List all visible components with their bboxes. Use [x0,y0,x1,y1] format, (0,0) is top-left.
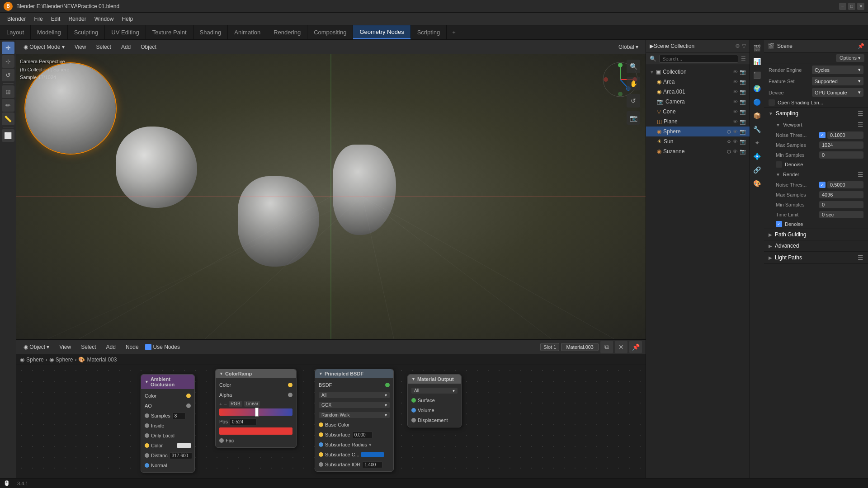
tab-rendering[interactable]: Rendering [267,25,307,39]
tab-scripting[interactable]: Scripting [411,25,447,39]
select-menu[interactable]: Select [93,43,115,51]
colorramp-fac-input[interactable] [219,438,224,443]
render-subsection-title[interactable]: ▼ Render ☰ [771,169,868,180]
area001-eye[interactable]: 👁 [733,89,738,94]
pbsdf-sc-swatch[interactable] [361,452,384,457]
colorramp-alpha-socket[interactable] [288,393,292,397]
suzanne-render[interactable]: 📷 [740,149,746,155]
global-dropdown[interactable]: Global ▾ [615,43,642,51]
pbsdf-ggx-dropdown[interactable]: GGX ▾ [319,402,390,408]
outliner-cone[interactable]: ▽ Cone 👁 📷 [646,107,750,117]
light-paths-list-btn[interactable]: ☰ [858,254,863,261]
ao-samples-input[interactable] [145,413,149,418]
close-button[interactable]: ✕ [857,3,864,10]
ao-normal-input[interactable] [145,463,149,468]
ao-only-local-input[interactable] [145,433,149,438]
tab-modeling[interactable]: Modeling [31,25,68,39]
matout-all-dropdown[interactable]: All ▾ [411,388,458,394]
camera-eye[interactable]: 👁 [733,99,738,104]
vp-noise-thresh-value[interactable]: 0.1000 [827,131,863,139]
sphere-object-2[interactable] [116,127,197,208]
area-render[interactable]: 📷 [740,79,746,85]
add-cube-tool[interactable]: ⬜ [2,129,14,142]
outliner-collection[interactable]: ▼ ▣ Collection 👁 📷 [646,67,750,77]
constraints-props-icon[interactable]: 🔗 [751,164,764,176]
suzanne-eye[interactable]: 👁 [733,149,738,154]
camera-render[interactable]: 📷 [740,99,746,105]
pbsdf-subsurface-input[interactable] [319,432,323,437]
camera-button[interactable]: 📷 [627,111,640,125]
collection-render[interactable]: 📷 [740,69,746,75]
node-canvas[interactable]: ▼ Ambient Occlusion Color AO [16,365,646,488]
matout-surface-input[interactable] [411,398,416,403]
add-menu[interactable]: Add [118,43,134,51]
object-menu[interactable]: Object [137,43,160,51]
plane-eye[interactable]: 👁 [733,119,738,124]
menu-help[interactable]: Help [118,15,137,23]
zoom-in-button[interactable]: 🔍 [627,60,640,73]
sun-render[interactable]: 📷 [740,139,746,145]
tab-uv-editing[interactable]: UV Editing [105,25,146,39]
colorramp-color-socket[interactable] [288,383,292,387]
object-props-icon[interactable]: 📦 [751,109,764,122]
outliner-plane[interactable]: ◫ Plane 👁 📷 [646,117,750,127]
vp-noise-thresh-toggle[interactable]: ✓ [819,132,826,138]
advanced-title[interactable]: ▶ Advanced [764,240,868,251]
outliner-sun[interactable]: ☀ Sun ⚙ 👁 📷 [646,136,750,146]
menu-window[interactable]: Window [91,15,118,23]
node-select-menu[interactable]: Select [77,343,99,351]
pan-button[interactable]: ✋ [627,77,640,90]
viewport-list-btn[interactable]: ☰ [858,121,863,128]
ambient-occlusion-node[interactable]: ▼ Ambient Occlusion Color AO [141,374,195,473]
area001-render[interactable]: 📷 [740,89,746,95]
sphere-eye[interactable]: 👁 [733,129,738,134]
r-max-samples-value[interactable]: 4096 [819,191,863,198]
ramp-handle-marker[interactable] [255,408,259,417]
node-node-menu[interactable]: Node [122,343,142,351]
tab-layout[interactable]: Layout [0,25,31,39]
principled-bsdf-node[interactable]: ▼ Principled BSDF BSDF All ▾ [315,369,394,472]
options-button[interactable]: Options ▾ [836,54,864,62]
sphere-render[interactable]: 📷 [740,129,746,135]
sphere-object-3[interactable] [238,176,319,267]
ao-color-swatch[interactable] [177,443,191,448]
pbsdf-sior-value[interactable] [362,461,382,468]
modifier-props-icon[interactable]: 🔧 [751,123,764,136]
menu-edit[interactable]: Edit [47,15,64,23]
sampling-title[interactable]: ▼ Sampling ☰ [764,108,868,119]
filter-toggle[interactable]: ☰ [741,56,746,62]
matout-displacement-input[interactable] [411,418,416,422]
viewport-3d[interactable]: Camera Perspective (6) Collection | Sphe… [16,54,646,339]
outliner-sphere[interactable]: ◉ Sphere ⬡ 👁 📷 [646,127,750,136]
ao-ao-socket[interactable] [186,404,191,408]
orbit-tool[interactable]: ↺ [2,69,14,81]
cone-eye[interactable]: 👁 [733,109,738,114]
color-ramp-node[interactable]: ▼ ColorRamp Color Alpha [215,369,297,448]
outliner-area[interactable]: ◉ Area 👁 📷 [646,77,750,87]
scene-props-icon[interactable]: 🌍 [751,82,764,95]
material-close-button[interactable]: ✕ [615,341,627,353]
light-paths-title[interactable]: ▶ Light Paths ☰ [764,252,868,263]
slot-select[interactable]: Slot 1 [540,343,559,351]
physics-props-icon[interactable]: 💠 [751,150,764,163]
vp-max-samples-value[interactable]: 1024 [819,141,863,149]
maximize-button[interactable]: □ [848,3,855,10]
tab-animation[interactable]: Animation [228,25,267,39]
transform-tool[interactable]: ⊞ [2,85,14,98]
colorramp-pos-field[interactable] [230,418,257,425]
viewport-mode-dropdown[interactable]: ◉ Object Mode ▾ [20,43,68,51]
tab-shading[interactable]: Shading [193,25,228,39]
pbsdf-mode-dropdown[interactable]: All ▾ [319,392,390,398]
plus-icon[interactable]: + [219,401,222,407]
sampling-list-btn[interactable]: ☰ [858,110,863,117]
orbit-button[interactable]: ↺ [627,94,640,108]
area-eye[interactable]: 👁 [733,79,738,84]
add-workspace-button[interactable]: ＋ [447,25,461,39]
view-layer-props-icon[interactable]: ⬛ [751,69,764,81]
tab-sculpting[interactable]: Sculpting [68,25,105,39]
colorramp-gradient[interactable] [219,408,292,416]
world-props-icon[interactable]: 🔵 [751,96,764,108]
ao-samples-field[interactable] [172,413,186,419]
outliner-suzanne[interactable]: ◉ Suzanne ⬡ 👁 📷 [646,146,750,156]
feature-set-dropdown[interactable]: Supported ▾ [812,77,863,85]
